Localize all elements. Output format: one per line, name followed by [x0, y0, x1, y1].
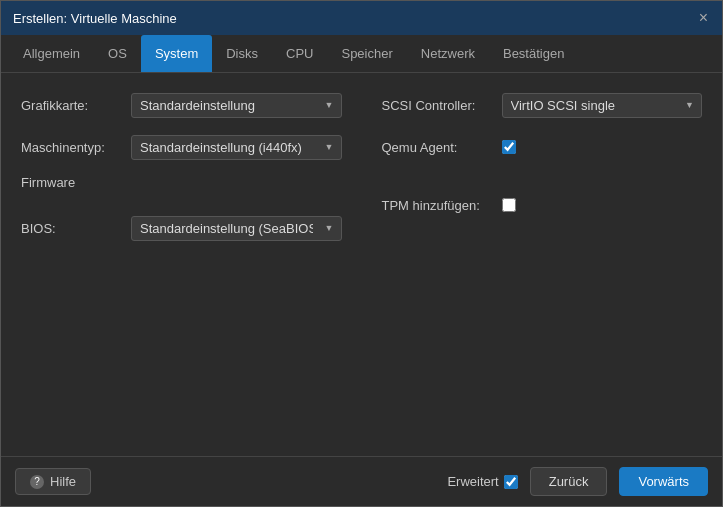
maschinentyp-select-wrapper[interactable]: Standardeinstellung (i440fx) — [131, 135, 342, 160]
bios-row: BIOS: Standardeinstellung (SeaBIOS) — [21, 214, 342, 242]
tpm-row: TPM hinzufügen: — [382, 191, 703, 219]
tab-disks[interactable]: Disks — [212, 35, 272, 72]
footer-right: Erweitert Zurück Vorwärts — [447, 467, 708, 496]
erweitert-label: Erweitert — [447, 474, 517, 489]
form-grid: Grafikkarte: Standardeinstellung Maschin… — [21, 91, 702, 256]
qemu-row: Qemu Agent: — [382, 133, 703, 161]
grafikkarte-row: Grafikkarte: Standardeinstellung — [21, 91, 342, 119]
tab-cpu[interactable]: CPU — [272, 35, 327, 72]
help-button[interactable]: ? Hilfe — [15, 468, 91, 495]
tab-speicher[interactable]: Speicher — [327, 35, 406, 72]
grafikkarte-select-wrapper[interactable]: Standardeinstellung — [131, 93, 342, 118]
close-button[interactable]: × — [697, 10, 710, 26]
scsi-select[interactable]: VirtIO SCSI single — [502, 93, 703, 118]
erweitert-text: Erweitert — [447, 474, 498, 489]
maschinentyp-select[interactable]: Standardeinstellung (i440fx) — [131, 135, 342, 160]
bios-label: BIOS: — [21, 221, 131, 236]
erweitert-checkbox[interactable] — [504, 475, 518, 489]
tab-bestaetigen[interactable]: Bestätigen — [489, 35, 578, 72]
qemu-checkbox-wrapper[interactable] — [502, 140, 516, 154]
tpm-checkbox-wrapper[interactable] — [502, 198, 516, 212]
grafikkarte-label: Grafikkarte: — [21, 98, 131, 113]
bios-select[interactable]: Standardeinstellung (SeaBIOS) — [131, 216, 342, 241]
help-label: Hilfe — [50, 474, 76, 489]
bios-select-wrapper[interactable]: Standardeinstellung (SeaBIOS) — [131, 216, 342, 241]
main-window: Erstellen: Virtuelle Maschine × Allgemei… — [0, 0, 723, 507]
maschinentyp-row: Maschinentyp: Standardeinstellung (i440f… — [21, 133, 342, 161]
tab-system[interactable]: System — [141, 35, 212, 72]
main-content: Grafikkarte: Standardeinstellung Maschin… — [1, 73, 722, 456]
tab-bar: Allgemein OS System Disks CPU Speicher N… — [1, 35, 722, 73]
tab-allgemein[interactable]: Allgemein — [9, 35, 94, 72]
qemu-label: Qemu Agent: — [382, 140, 502, 155]
firmware-heading: Firmware — [21, 175, 75, 190]
scsi-row: SCSI Controller: VirtIO SCSI single — [382, 91, 703, 119]
titlebar: Erstellen: Virtuelle Maschine × — [1, 1, 722, 35]
scsi-label: SCSI Controller: — [382, 98, 502, 113]
scsi-select-wrapper[interactable]: VirtIO SCSI single — [502, 93, 703, 118]
grafikkarte-select[interactable]: Standardeinstellung — [131, 93, 342, 118]
window-title: Erstellen: Virtuelle Maschine — [13, 11, 177, 26]
firmware-row: Firmware — [21, 175, 342, 204]
tpm-checkbox[interactable] — [502, 198, 516, 212]
footer: ? Hilfe Erweitert Zurück Vorwärts — [1, 456, 722, 506]
forward-button[interactable]: Vorwärts — [619, 467, 708, 496]
tpm-label: TPM hinzufügen: — [382, 198, 502, 213]
tab-os[interactable]: OS — [94, 35, 141, 72]
left-column: Grafikkarte: Standardeinstellung Maschin… — [21, 91, 362, 256]
qemu-checkbox[interactable] — [502, 140, 516, 154]
help-icon: ? — [30, 475, 44, 489]
back-button[interactable]: Zurück — [530, 467, 608, 496]
right-column: SCSI Controller: VirtIO SCSI single Qemu… — [362, 91, 703, 256]
tab-netzwerk[interactable]: Netzwerk — [407, 35, 489, 72]
maschinentyp-label: Maschinentyp: — [21, 140, 131, 155]
